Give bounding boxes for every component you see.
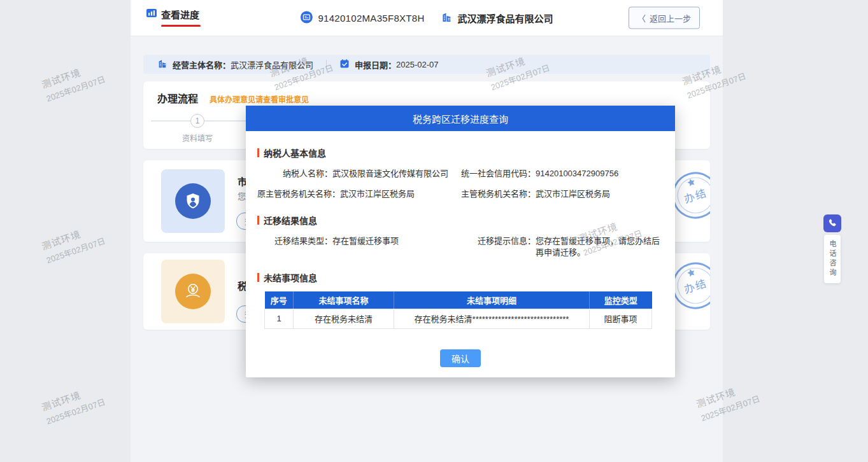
field-label: 原主管税务机关名称： bbox=[257, 188, 340, 200]
phone-consult-label: 电话咨询 bbox=[827, 240, 837, 278]
section-pending-items-title: 未结事项信息 bbox=[264, 271, 317, 284]
header-center: 91420102MA35F8XT8H 武汉漂浮食品有限公司 bbox=[300, 0, 553, 36]
section-migration-result-title: 迁移结果信息 bbox=[264, 214, 317, 227]
progress-icon bbox=[146, 8, 157, 21]
field-value: 武汉市江岸区税务局 bbox=[536, 188, 660, 200]
field-label: 主管税务机关名称： bbox=[460, 188, 536, 200]
cell-type: 阻断事项 bbox=[590, 309, 652, 328]
watermark-line2: 2025年02月07日 bbox=[45, 73, 107, 104]
company-icon bbox=[441, 11, 453, 25]
back-button-label: 返回上一步 bbox=[650, 12, 691, 24]
credit-code-icon bbox=[300, 11, 313, 25]
watermark: 测试环境 2025年02月07日 bbox=[39, 220, 107, 265]
header-left: 查看进度 bbox=[146, 8, 201, 27]
field-row: 迁移结果类型： 存在暂缓迁移事项 迁移提示信息： 您存在暂缓迁移事项，请您办结后… bbox=[257, 235, 664, 258]
col-header-name: 未结事项名称 bbox=[294, 291, 394, 309]
declare-date-value: 2025-02-07 bbox=[396, 60, 439, 69]
field-label: 纳税人名称： bbox=[257, 168, 332, 179]
field-result-hint: 迁移提示信息： 您存在暂缓迁移事项，请您办结后再申请迁移。 bbox=[460, 235, 664, 258]
field-credit-code: 统一社会信用代码： 914201003472909756 bbox=[460, 168, 664, 179]
field-label: 迁移结果类型： bbox=[257, 235, 332, 258]
section-taxpayer-info: 纳税人基本信息 bbox=[257, 146, 664, 159]
field-value: 您存在暂缓迁移事项，请您办结后再申请迁移。 bbox=[536, 235, 660, 258]
field-value: 武汉极限音速文化传媒有限公司 bbox=[332, 168, 457, 179]
step-1-circle: 1 bbox=[190, 114, 204, 128]
divider bbox=[326, 60, 327, 69]
confirm-button[interactable]: 确认 bbox=[440, 349, 481, 367]
market-icon-tile bbox=[161, 169, 225, 233]
field-value: 武汉市江岸区税务局 bbox=[340, 188, 457, 200]
section-taxpayer-info-title: 纳税人基本信息 bbox=[264, 146, 326, 159]
cell-name: 存在税务未结清 bbox=[294, 309, 394, 328]
modal-title: 税务跨区迁移进度查询 bbox=[246, 106, 675, 131]
field-row: 纳税人名称： 武汉极限音速文化传媒有限公司 统一社会信用代码： 91420100… bbox=[257, 168, 664, 179]
section-marker bbox=[257, 273, 259, 282]
section-marker bbox=[257, 148, 259, 157]
process-flow-title: 办理流程 bbox=[157, 90, 198, 106]
stamp-text: 办结 bbox=[683, 187, 709, 206]
field-value: 存在暂缓迁移事项 bbox=[332, 235, 457, 258]
col-header-index: 序号 bbox=[265, 291, 294, 309]
back-button[interactable]: 〈 返回上一步 bbox=[629, 7, 700, 29]
pending-items-table: 序号 未结事项名称 未结事项明细 监控类型 1 存在税务未结清 存在税务未结清*… bbox=[264, 291, 652, 329]
watermark-line2: 2025年02月07日 bbox=[45, 395, 107, 426]
field-row: 原主管税务机关名称： 武汉市江岸区税务局 主管税务机关名称： 武汉市江岸区税务局 bbox=[257, 188, 664, 200]
cell-index: 1 bbox=[265, 309, 294, 328]
watermark: 测试环境 2025年02月07日 bbox=[39, 381, 107, 426]
field-original-tax-authority: 原主管税务机关名称： 武汉市江岸区税务局 bbox=[257, 188, 460, 200]
field-value: 914201003472909756 bbox=[536, 168, 660, 179]
entity-icon bbox=[157, 59, 167, 71]
cell-detail: 存在税务未结清****************************** bbox=[394, 309, 590, 328]
tab-view-progress[interactable]: 查看进度 bbox=[146, 8, 201, 21]
section-pending-items: 未结事项信息 bbox=[257, 271, 664, 284]
watermark-line2: 2025年02月07日 bbox=[45, 234, 107, 265]
active-tab-indicator bbox=[161, 25, 201, 27]
watermark-line1: 测试环境 bbox=[39, 58, 102, 90]
company-name-text: 武汉漂浮食品有限公司 bbox=[458, 11, 553, 25]
phone-consult-label-box[interactable]: 电话咨询 bbox=[824, 235, 841, 283]
entity-info-bar: 经营主体名称： 武汉漂浮食品有限公司 申报日期： 2025-02-07 bbox=[143, 55, 710, 74]
watermark-line1: 测试环境 bbox=[39, 381, 102, 413]
shield-person-icon bbox=[175, 183, 211, 219]
table-header-row: 序号 未结事项名称 未结事项明细 监控类型 bbox=[265, 291, 652, 309]
field-current-tax-authority: 主管税务机关名称： 武汉市江岸区税务局 bbox=[460, 188, 664, 200]
confirm-row: 确认 bbox=[257, 349, 664, 367]
stamp-text: 办结 bbox=[683, 277, 709, 297]
process-flow-hint: 具体办理意见请查看审批意见 bbox=[210, 94, 309, 104]
entity-name-label: 经营主体名称： bbox=[173, 59, 231, 71]
tax-icon-tile bbox=[161, 260, 225, 323]
back-chevron-icon: 〈 bbox=[637, 12, 646, 24]
col-header-detail: 未结事项明细 bbox=[394, 291, 590, 309]
table-row: 1 存在税务未结清 存在税务未结清***********************… bbox=[265, 309, 652, 328]
section-marker bbox=[257, 216, 259, 225]
phone-consult-widget[interactable]: 电话咨询 bbox=[823, 214, 841, 283]
migration-progress-modal: 税务跨区迁移进度查询 纳税人基本信息 纳税人名称： 武汉极限音速文化传媒有限公司… bbox=[246, 106, 675, 377]
app-header: 查看进度 91420102MA35F8XT8H 武汉漂浮食品有限公司 〈 返回上… bbox=[131, 0, 723, 36]
modal-body: 纳税人基本信息 纳税人名称： 武汉极限音速文化传媒有限公司 统一社会信用代码： … bbox=[246, 146, 675, 367]
field-label: 统一社会信用代码： bbox=[460, 168, 536, 179]
declare-date-label: 申报日期： bbox=[355, 59, 396, 71]
field-label: 迁移提示信息： bbox=[460, 235, 536, 258]
section-migration-result: 迁移结果信息 bbox=[257, 214, 664, 227]
watermark: 测试环境 2025年02月07日 bbox=[39, 58, 107, 104]
tab-view-progress-label: 查看进度 bbox=[161, 8, 199, 21]
watermark-line1: 测试环境 bbox=[39, 220, 102, 252]
date-icon bbox=[339, 59, 350, 71]
step-1-label: 资料填写 bbox=[172, 132, 223, 143]
col-header-type: 监控类型 bbox=[590, 291, 652, 309]
field-result-type: 迁移结果类型： 存在暂缓迁移事项 bbox=[257, 235, 460, 258]
yuan-hand-icon bbox=[175, 274, 211, 309]
credit-code-text: 91420102MA35F8XT8H bbox=[318, 13, 424, 24]
entity-name-value: 武汉漂浮食品有限公司 bbox=[231, 59, 313, 71]
phone-icon[interactable] bbox=[823, 214, 841, 232]
field-taxpayer-name: 纳税人名称： 武汉极限音速文化传媒有限公司 bbox=[257, 168, 460, 179]
